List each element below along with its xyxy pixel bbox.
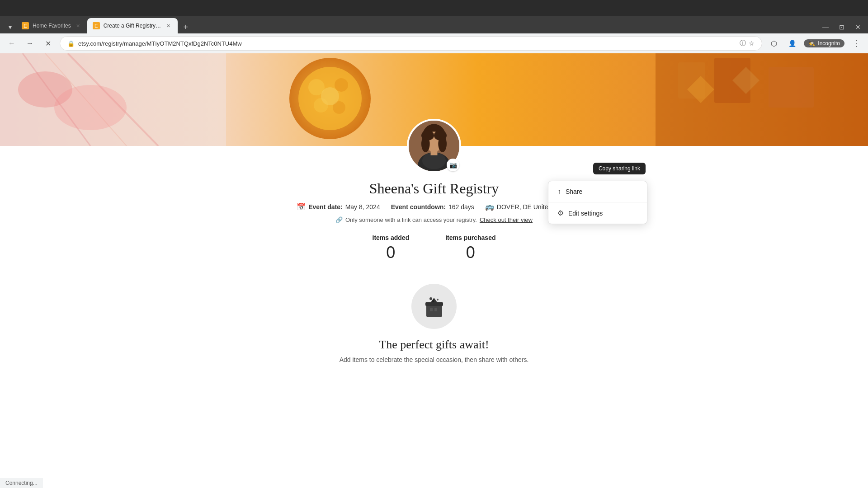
event-date-label: Event date: xyxy=(308,203,342,211)
avatar-camera-button[interactable]: 📷 xyxy=(447,159,459,171)
close-window-button[interactable]: ✕ xyxy=(852,21,864,33)
restore-button[interactable]: ⊡ xyxy=(835,21,848,33)
empty-title: The perfect gifts await! xyxy=(379,338,489,352)
registry-meta: 📅 Event date: May 8, 2024 Event countdow… xyxy=(297,202,571,211)
empty-state: The perfect gifts await! Add items to ce… xyxy=(340,284,529,363)
event-date-value: May 8, 2024 xyxy=(345,203,380,211)
star-icon[interactable]: ☆ xyxy=(749,40,755,47)
svg-point-13 xyxy=(321,87,339,105)
url-display: etsy.com/registry/manage/MTIyOTM2NTQxfDg… xyxy=(78,40,736,47)
extensions-button[interactable]: ⬡ xyxy=(768,37,780,50)
event-date-item: 📅 Event date: May 8, 2024 xyxy=(297,202,380,211)
profile-button[interactable]: 👤 xyxy=(786,37,798,50)
svg-rect-31 xyxy=(425,302,443,306)
link-icon: 🔗 xyxy=(335,216,343,223)
share-dropdown-item[interactable]: ↑ Share xyxy=(548,181,647,202)
empty-state-icon xyxy=(422,294,447,319)
tab2-title: Create a Gift Registry for a Birth xyxy=(104,23,161,29)
event-countdown-value: 162 days xyxy=(448,203,474,211)
tab-list-button[interactable]: ▾ xyxy=(4,21,16,33)
location-icon: 🚌 xyxy=(485,202,494,211)
forward-button[interactable]: → xyxy=(24,37,36,50)
connecting-text: Connecting... xyxy=(5,480,38,486)
items-added-value: 0 xyxy=(373,243,410,262)
svg-rect-25 xyxy=(431,149,438,155)
calendar-icon: 📅 xyxy=(297,202,306,211)
tab-gift-registry[interactable]: E Create a Gift Registry for a Birth ✕ xyxy=(87,18,178,33)
svg-rect-36 xyxy=(430,308,433,311)
empty-subtitle: Add items to celebrate the special occas… xyxy=(340,356,529,363)
privacy-text: Only someone with a link can access your… xyxy=(345,216,477,223)
share-label: Share xyxy=(566,188,582,195)
check-their-view-link[interactable]: Check out their view xyxy=(480,216,533,223)
svg-point-29 xyxy=(438,136,447,152)
status-bar: Connecting... xyxy=(0,478,43,488)
address-bar: ← → ✕ 🔒 etsy.com/registry/manage/MTIyOTM… xyxy=(0,33,868,53)
avatar-wrapper: 📷 xyxy=(407,119,461,173)
incognito-label: Incognito xyxy=(818,40,840,47)
tooltip-text: Copy sharing link xyxy=(599,165,640,172)
svg-point-35 xyxy=(437,299,439,300)
menu-button[interactable]: ⋮ xyxy=(850,37,863,50)
tab1-title: Home Favorites xyxy=(33,23,71,29)
items-purchased-stat: Items purchased 0 xyxy=(445,234,495,262)
share-dropdown: ↑ Share ⚙ Edit settings xyxy=(548,181,647,224)
svg-rect-30 xyxy=(426,304,442,317)
items-added-label: Items added xyxy=(373,234,410,241)
svg-marker-33 xyxy=(434,298,437,302)
items-purchased-label: Items purchased xyxy=(445,234,495,241)
browser-chrome: ▾ E Home Favorites ✕ E Create a Gift Reg… xyxy=(0,0,868,53)
profile-section: 📷 Sheena's Gift Registry 📅 Event date: M… xyxy=(0,119,868,363)
share-icon: ↑ xyxy=(557,188,561,196)
svg-point-34 xyxy=(429,297,432,300)
svg-rect-37 xyxy=(434,308,437,311)
items-added-stat: Items added 0 xyxy=(373,234,410,262)
empty-icon-circle xyxy=(411,284,457,329)
incognito-badge: 🕵 Incognito xyxy=(804,39,844,47)
tab2-favicon: E xyxy=(93,22,100,29)
items-purchased-value: 0 xyxy=(445,243,495,262)
edit-settings-label: Edit settings xyxy=(568,210,603,217)
page-content: 📷 Sheena's Gift Registry 📅 Event date: M… xyxy=(0,53,868,488)
privacy-notice: 🔗 Only someone with a link can access yo… xyxy=(335,216,533,223)
tabs-bar: ▾ E Home Favorites ✕ E Create a Gift Reg… xyxy=(0,16,868,33)
copy-link-tooltip: Copy sharing link xyxy=(593,163,646,174)
address-input-container[interactable]: 🔒 etsy.com/registry/manage/MTIyOTM2NTQxf… xyxy=(60,36,762,51)
new-tab-button[interactable]: + xyxy=(179,21,192,33)
minimize-button[interactable]: — xyxy=(819,21,832,33)
lock-icon: 🔒 xyxy=(67,40,75,47)
countdown-item: Event countdown: 162 days xyxy=(391,203,474,211)
settings-icon: ⚙ xyxy=(557,209,564,217)
reload-button[interactable]: ✕ xyxy=(42,37,54,50)
event-countdown-label: Event countdown: xyxy=(391,203,446,211)
svg-point-28 xyxy=(421,136,430,152)
tab1-favicon: E xyxy=(22,22,29,29)
registry-title: Sheena's Gift Registry xyxy=(369,180,499,197)
tab-home-favorites[interactable]: E Home Favorites ✕ xyxy=(16,18,87,33)
tab2-close-button[interactable]: ✕ xyxy=(165,22,172,29)
stats-row: Items added 0 Items purchased 0 xyxy=(373,234,496,262)
address-icon-group: ⓘ ☆ xyxy=(740,39,755,47)
title-bar xyxy=(0,0,868,16)
back-button[interactable]: ← xyxy=(5,37,18,50)
tab1-close-button[interactable]: ✕ xyxy=(75,22,82,29)
edit-settings-dropdown-item[interactable]: ⚙ Edit settings xyxy=(548,202,647,224)
info-icon[interactable]: ⓘ xyxy=(740,39,746,47)
incognito-icon: 🕵 xyxy=(808,40,815,47)
svg-point-10 xyxy=(335,78,348,92)
svg-rect-17 xyxy=(769,67,814,108)
